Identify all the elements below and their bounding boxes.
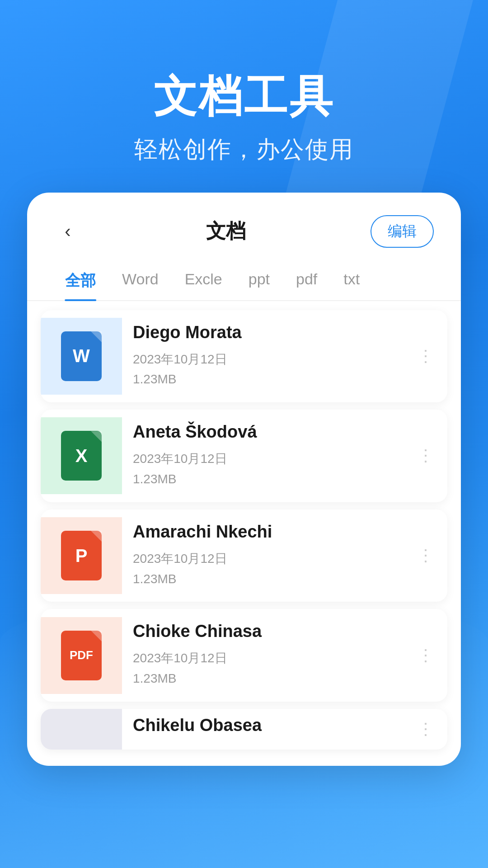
file-meta: 2023年10月12日1.23MB xyxy=(133,349,393,390)
ppt-icon: P xyxy=(61,531,102,580)
file-name: Amarachi Nkechi xyxy=(133,522,393,542)
tab-excel[interactable]: Excle xyxy=(174,261,233,300)
file-info: Chikelu Obasea xyxy=(122,709,404,750)
tab-ppt[interactable]: ppt xyxy=(238,261,281,300)
more-icon: ⋮ xyxy=(418,347,434,366)
main-title: 文档工具 xyxy=(0,72,488,120)
file-item[interactable]: W Diego Morata 2023年10月12日1.23MB ⋮ xyxy=(41,310,447,403)
more-button[interactable]: ⋮ xyxy=(404,537,447,574)
file-info: Chioke Chinasa 2023年10月12日1.23MB xyxy=(122,609,404,702)
excel-icon: X xyxy=(61,431,102,481)
file-name: Aneta Škodová xyxy=(133,422,393,442)
ppt-icon-letter: P xyxy=(75,546,88,566)
excel-icon-letter: X xyxy=(75,446,88,466)
more-icon: ⋮ xyxy=(418,646,434,665)
more-button[interactable]: ⋮ xyxy=(404,338,447,375)
word-icon: W xyxy=(61,331,102,381)
back-icon: ‹ xyxy=(65,221,70,241)
tab-all[interactable]: 全部 xyxy=(54,261,107,300)
pdf-icon: PDF xyxy=(61,631,102,680)
file-info: Amarachi Nkechi 2023年10月12日1.23MB xyxy=(122,509,404,602)
file-icon-wrap: W xyxy=(41,318,122,395)
file-info: Diego Morata 2023年10月12日1.23MB xyxy=(122,310,404,403)
file-info: Aneta Škodová 2023年10月12日1.23MB xyxy=(122,410,404,502)
file-icon-wrap: PDF xyxy=(41,617,122,694)
more-button[interactable]: ⋮ xyxy=(404,637,447,674)
file-item-partial[interactable]: Chikelu Obasea ⋮ xyxy=(41,709,447,750)
file-name: Chikelu Obasea xyxy=(133,716,393,735)
file-meta: 2023年10月12日1.23MB xyxy=(133,549,393,590)
main-card: ‹ 文档 编辑 全部 Word Excle ppt pdf txt W Dieg… xyxy=(27,193,461,766)
more-icon: ⋮ xyxy=(418,546,434,565)
file-name: Diego Morata xyxy=(133,323,393,342)
tab-txt[interactable]: txt xyxy=(333,261,371,300)
more-button[interactable]: ⋮ xyxy=(404,711,447,748)
file-list: W Diego Morata 2023年10月12日1.23MB ⋮ X Ane… xyxy=(27,310,461,750)
back-button[interactable]: ‹ xyxy=(54,218,81,245)
card-title: 文档 xyxy=(206,218,246,245)
tab-word[interactable]: Word xyxy=(111,261,169,300)
sub-title: 轻松创作，办公使用 xyxy=(0,134,488,165)
card-header: ‹ 文档 编辑 xyxy=(27,193,461,261)
file-item[interactable]: X Aneta Škodová 2023年10月12日1.23MB ⋮ xyxy=(41,410,447,502)
pdf-icon-letter: PDF xyxy=(70,648,93,662)
file-icon-wrap: P xyxy=(41,517,122,594)
file-item[interactable]: P Amarachi Nkechi 2023年10月12日1.23MB ⋮ xyxy=(41,509,447,602)
file-name: Chioke Chinasa xyxy=(133,622,393,641)
header-section: 文档工具 轻松创作，办公使用 xyxy=(0,0,488,193)
file-item[interactable]: PDF Chioke Chinasa 2023年10月12日1.23MB ⋮ xyxy=(41,609,447,702)
tab-pdf[interactable]: pdf xyxy=(285,261,328,300)
file-meta: 2023年10月12日1.23MB xyxy=(133,648,393,689)
file-icon-wrap: X xyxy=(41,417,122,494)
tab-bar: 全部 Word Excle ppt pdf txt xyxy=(27,261,461,301)
word-icon-letter: W xyxy=(73,346,90,366)
more-icon: ⋮ xyxy=(418,720,434,739)
edit-button[interactable]: 编辑 xyxy=(371,215,434,248)
more-button[interactable]: ⋮ xyxy=(404,437,447,474)
more-icon: ⋮ xyxy=(418,446,434,465)
file-meta: 2023年10月12日1.23MB xyxy=(133,449,393,490)
file-icon-wrap xyxy=(41,709,122,750)
